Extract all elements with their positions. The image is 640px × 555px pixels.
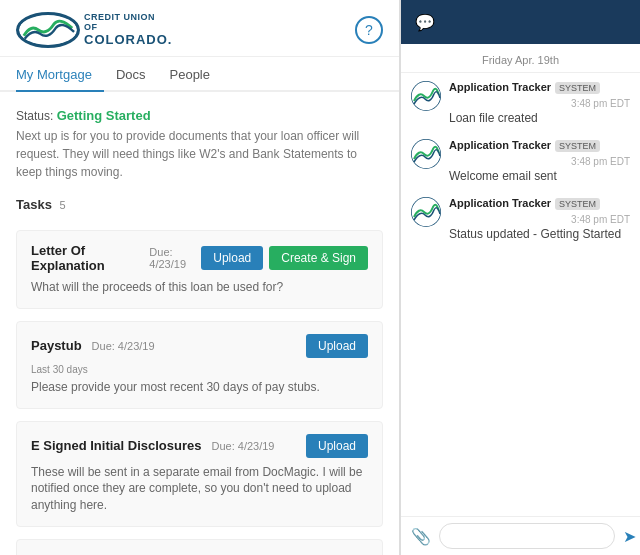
status-label: Status: Getting Started — [16, 108, 383, 123]
message-header: Application Tracker SYSTEM 3:48 pm EDT — [449, 81, 630, 109]
chat-message: Application Tracker SYSTEM 3:48 pm EDT L… — [411, 81, 630, 125]
sender-badge: SYSTEM — [555, 82, 600, 94]
message-text: Loan file created — [449, 111, 630, 125]
tab-people[interactable]: People — [170, 57, 222, 92]
task-card: Paystub Due: 4/23/19 Upload Last 30 days… — [16, 321, 383, 409]
help-icon[interactable]: ? — [355, 16, 383, 44]
status-value: Getting Started — [57, 108, 151, 123]
message-body: Application Tracker SYSTEM 3:48 pm EDT W… — [449, 139, 630, 183]
chat-messages: Application Tracker SYSTEM 3:48 pm EDT L… — [401, 73, 640, 516]
tab-docs[interactable]: Docs — [116, 57, 158, 92]
message-time: 3:48 pm EDT — [571, 156, 630, 167]
task-description: These will be sent in a separate email f… — [31, 464, 368, 514]
task-title-row: E Signed Initial Disclosures Due: 4/23/1… — [31, 438, 275, 453]
task-title: E Signed Initial Disclosures — [31, 438, 202, 453]
chat-message: Application Tracker SYSTEM 3:48 pm EDT S… — [411, 197, 630, 241]
task-card: Letter Of Explanation Due: 4/23/19 Uploa… — [16, 230, 383, 309]
task-top: Letter Of Explanation Due: 4/23/19 Uploa… — [31, 243, 368, 273]
chat-message: Application Tracker SYSTEM 3:48 pm EDT W… — [411, 139, 630, 183]
upload-button[interactable]: Upload — [306, 334, 368, 358]
task-title-row: Letter Of Explanation Due: 4/23/19 — [31, 243, 201, 273]
sender-name: Application Tracker — [449, 139, 551, 151]
task-due: Due: 4/23/19 — [212, 440, 275, 452]
send-icon[interactable]: ➤ — [623, 527, 636, 546]
task-due: Due: 4/23/19 — [149, 246, 201, 270]
message-time: 3:48 pm EDT — [571, 214, 630, 225]
chat-icon: 💬 — [415, 13, 435, 32]
chat-header: 💬 — [401, 0, 640, 44]
main-content: Status: Getting Started Next up is for y… — [0, 92, 399, 555]
message-text: Welcome email sent — [449, 169, 630, 183]
message-body: Application Tracker SYSTEM 3:48 pm EDT S… — [449, 197, 630, 241]
avatar — [411, 81, 441, 111]
logo-colorado: COLORADO. — [84, 33, 172, 47]
sender-badge: SYSTEM — [555, 140, 600, 152]
chat-input-area: 📎 ➤ — [401, 516, 640, 555]
message-header: Application Tracker SYSTEM 3:48 pm EDT — [449, 139, 630, 167]
task-title-row: Paystub Due: 4/23/19 — [31, 338, 155, 353]
sender-badge: SYSTEM — [555, 198, 600, 210]
avatar — [411, 139, 441, 169]
task-title: Paystub — [31, 338, 82, 353]
svg-point-3 — [411, 197, 441, 227]
svg-point-1 — [411, 81, 441, 111]
tabs-bar: My Mortgage Docs People — [0, 57, 399, 92]
message-text: Status updated - Getting Started — [449, 227, 630, 241]
task-card: Proof Of Insurance On Primary Residence … — [16, 539, 383, 555]
status-description: Next up is for you to provide documents … — [16, 127, 383, 181]
logo-image — [16, 12, 80, 48]
task-top: E Signed Initial Disclosures Due: 4/23/1… — [31, 434, 368, 458]
task-card: E Signed Initial Disclosures Due: 4/23/1… — [16, 421, 383, 527]
chat-date: Friday Apr. 19th — [401, 44, 640, 73]
tab-my-mortgage[interactable]: My Mortgage — [16, 57, 104, 92]
attachment-icon[interactable]: 📎 — [411, 527, 431, 546]
svg-point-2 — [411, 139, 441, 169]
task-badge: Last 30 days — [31, 364, 368, 375]
message-header: Application Tracker SYSTEM 3:48 pm EDT — [449, 197, 630, 225]
status-section: Status: Getting Started Next up is for y… — [16, 108, 383, 181]
tasks-heading: Tasks 5 — [16, 197, 383, 218]
chat-panel: 💬 Friday Apr. 19th Application Tracker S… — [400, 0, 640, 555]
sender-name: Application Tracker — [449, 197, 551, 209]
tasks-count: 5 — [60, 199, 66, 211]
avatar — [411, 197, 441, 227]
task-description: Please provide your most recent 30 days … — [31, 379, 368, 396]
upload-button[interactable]: Upload — [201, 246, 263, 270]
main-panel: CREDIT UNION OF COLORADO. ? My Mortgage … — [0, 0, 400, 555]
header: CREDIT UNION OF COLORADO. ? — [0, 0, 399, 57]
logo-area: CREDIT UNION OF COLORADO. — [16, 12, 172, 48]
logo-text: CREDIT UNION OF COLORADO. — [84, 13, 172, 47]
sender-name: Application Tracker — [449, 81, 551, 93]
upload-button[interactable]: Upload — [306, 434, 368, 458]
task-description: What will the proceeds of this loan be u… — [31, 279, 368, 296]
task-due: Due: 4/23/19 — [92, 340, 155, 352]
task-top: Paystub Due: 4/23/19 Upload — [31, 334, 368, 358]
chat-input[interactable] — [439, 523, 615, 549]
task-title: Letter Of Explanation — [31, 243, 139, 273]
message-body: Application Tracker SYSTEM 3:48 pm EDT L… — [449, 81, 630, 125]
create-sign-button[interactable]: Create & Sign — [269, 246, 368, 270]
task-buttons: Upload Create & Sign — [201, 246, 368, 270]
message-time: 3:48 pm EDT — [571, 98, 630, 109]
